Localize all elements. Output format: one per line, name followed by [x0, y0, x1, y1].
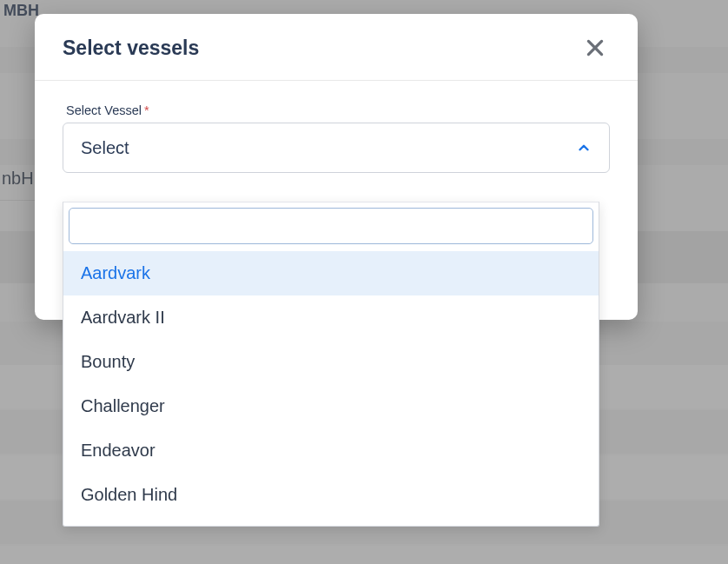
- close-icon: [584, 36, 606, 59]
- required-indicator: *: [144, 103, 149, 117]
- vessel-select[interactable]: Select: [63, 123, 610, 173]
- dropdown-option-aardvark[interactable]: Aardvark: [63, 251, 599, 295]
- dropdown-scroll-filler: [63, 517, 599, 526]
- dropdown-option-golden-hind[interactable]: Golden Hind: [63, 473, 599, 517]
- dropdown-option-bounty[interactable]: Bounty: [63, 340, 599, 384]
- dropdown-option-challenger[interactable]: Challenger: [63, 384, 599, 428]
- modal-body: Select Vessel* Select: [35, 81, 638, 182]
- dropdown-option-endeavor[interactable]: Endeavor: [63, 428, 599, 473]
- close-button[interactable]: [580, 33, 610, 63]
- dropdown-options[interactable]: Aardvark Aardvark II Bounty Challenger E…: [63, 251, 599, 526]
- dropdown-search-input[interactable]: [69, 208, 593, 244]
- dropdown-option-aardvark-ii[interactable]: Aardvark II: [63, 295, 599, 340]
- field-label-text: Select Vessel: [66, 103, 142, 117]
- modal-title: Select vessels: [63, 36, 199, 60]
- select-vessel-label: Select Vessel*: [63, 103, 610, 117]
- chevron-up-icon: [576, 140, 592, 156]
- dropdown-search-wrap: [63, 202, 599, 251]
- modal-header: Select vessels: [35, 14, 638, 81]
- select-placeholder: Select: [81, 138, 129, 158]
- vessel-dropdown: Aardvark Aardvark II Bounty Challenger E…: [63, 202, 599, 527]
